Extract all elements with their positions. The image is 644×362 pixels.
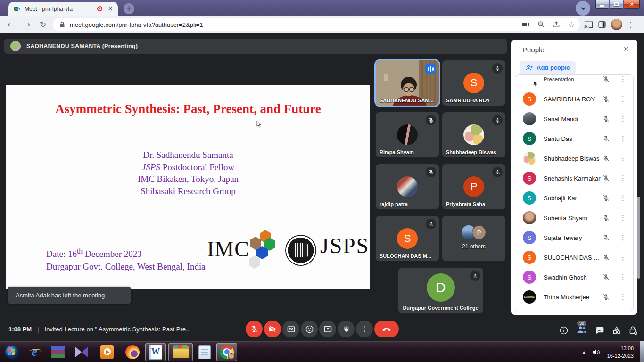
participant-mic-button[interactable] bbox=[602, 254, 610, 262]
participant-row[interactable]: Sanat Mandi ⋮ bbox=[515, 109, 633, 129]
mic-toggle-button[interactable] bbox=[246, 321, 263, 337]
participant-menu-icon[interactable]: ⋮ bbox=[619, 293, 627, 301]
participant-tile[interactable]: Shubhadeep Biswas bbox=[442, 112, 505, 157]
camera-permission-icon[interactable] bbox=[521, 20, 530, 29]
zoom-out-icon[interactable] bbox=[537, 20, 545, 29]
chat-icon[interactable] bbox=[595, 326, 604, 335]
participant-menu-icon[interactable]: ⋮ bbox=[619, 233, 627, 242]
taskbar-winrar[interactable] bbox=[50, 344, 66, 360]
tray-expand-icon[interactable]: ▲ bbox=[583, 350, 586, 354]
forward-button[interactable]: → bbox=[22, 20, 32, 29]
address-bar[interactable]: meet.google.com/pnr-fpha-vfa?authuser=2&… bbox=[53, 18, 580, 31]
start-button[interactable] bbox=[4, 344, 20, 360]
bookmark-star-icon[interactable]: ☆ bbox=[568, 20, 575, 29]
participant-row[interactable]: S Santu Das bbox=[515, 129, 633, 148]
taskbar-notepad[interactable] bbox=[197, 344, 213, 360]
camera-toggle-button[interactable] bbox=[264, 321, 281, 337]
mic-off-icon bbox=[250, 325, 258, 333]
participant-row[interactable]: S SAMRIDDHA ROY bbox=[515, 89, 633, 109]
end-call-button[interactable] bbox=[374, 321, 399, 337]
window-minimize-button[interactable] bbox=[595, 0, 609, 9]
taskbar-media-player[interactable] bbox=[99, 344, 115, 360]
cast-icon[interactable] bbox=[584, 20, 593, 29]
participant-menu-icon[interactable]: ⋮ bbox=[619, 174, 627, 182]
people-panel-close-icon[interactable]: ✕ bbox=[623, 45, 629, 53]
more-options-button[interactable] bbox=[356, 321, 373, 337]
reload-button[interactable]: ↻ bbox=[38, 20, 48, 29]
participant-menu-icon[interactable]: ⋮ bbox=[619, 253, 627, 262]
taskbar-kmplayer[interactable] bbox=[74, 344, 90, 360]
participant-row[interactable]: S Subhajit Kar bbox=[515, 188, 633, 208]
window-maximize-button[interactable] bbox=[610, 0, 623, 9]
meeting-details-icon[interactable] bbox=[559, 326, 569, 335]
participant-row[interactable]: Presentation ⋮ bbox=[515, 74, 633, 89]
participant-mic-button[interactable] bbox=[602, 214, 610, 222]
browser-menu-icon[interactable]: ⋮ bbox=[627, 20, 635, 29]
participant-menu-icon[interactable]: ⋮ bbox=[619, 214, 627, 222]
avatar-initial: S bbox=[528, 274, 532, 281]
participant-row[interactable]: S Snehashis Karmakar bbox=[515, 168, 633, 188]
chrome-profile-avatar bbox=[228, 353, 235, 360]
participant-tile[interactable]: S bbox=[442, 60, 505, 106]
browser-tab[interactable]: Meet - pnr-fpha-vfa ✕ bbox=[8, 2, 118, 16]
participant-mic-button[interactable] bbox=[602, 273, 610, 281]
presenter-avatar bbox=[10, 41, 21, 51]
share-icon[interactable] bbox=[553, 20, 561, 29]
participant-mic-button[interactable] bbox=[602, 174, 610, 182]
tray-clock[interactable]: 13:08 16-12-2023 bbox=[607, 345, 634, 360]
participant-tile[interactable]: D bbox=[398, 268, 483, 313]
participant-row[interactable]: S SULOCHAN DAS MOHA... bbox=[515, 247, 633, 267]
taskbar-word-open[interactable]: W bbox=[145, 343, 166, 361]
participant-mic-button[interactable] bbox=[602, 234, 610, 242]
taskbar-internet-explorer[interactable]: e bbox=[26, 344, 42, 360]
participant-menu-icon[interactable]: ⋮ bbox=[619, 115, 627, 123]
new-tab-button[interactable]: + bbox=[124, 3, 134, 14]
people-panel-button[interactable]: 30 bbox=[576, 325, 587, 336]
raise-hand-button[interactable] bbox=[338, 321, 355, 337]
participant-menu-icon[interactable]: ⋮ bbox=[619, 75, 627, 83]
taskbar-explorer-open[interactable] bbox=[168, 343, 193, 361]
add-people-button[interactable]: Add people bbox=[520, 61, 576, 74]
window-chevron-button[interactable] bbox=[576, 1, 590, 16]
participant-menu-icon[interactable]: ⋮ bbox=[619, 194, 627, 202]
participant-row[interactable]: Shubhadeep Biswas ⋮ bbox=[515, 148, 633, 168]
volume-icon[interactable] bbox=[592, 348, 601, 356]
tab-close-icon[interactable]: ✕ bbox=[107, 5, 114, 13]
participant-name: SAMRIDDHA ROY bbox=[446, 98, 490, 103]
scrollbar-thumb[interactable] bbox=[637, 197, 640, 279]
present-button[interactable] bbox=[319, 321, 336, 337]
captions-button[interactable] bbox=[282, 321, 299, 337]
participant-mic-button[interactable] bbox=[602, 194, 610, 202]
back-button[interactable]: ← bbox=[6, 20, 16, 29]
participant-tile[interactable]: P bbox=[442, 164, 505, 209]
window-close-button[interactable]: ✕ bbox=[624, 0, 640, 9]
participant-mic-button[interactable] bbox=[602, 75, 610, 83]
participant-menu-icon[interactable]: ⋮ bbox=[619, 95, 627, 103]
participant-tile[interactable]: SADHANENDU SAM... bbox=[376, 60, 439, 106]
participant-menu-icon[interactable]: ⋮ bbox=[619, 273, 627, 281]
reactions-button[interactable] bbox=[301, 321, 318, 337]
participant-tile[interactable]: P 21 others bbox=[442, 216, 505, 261]
taskbar-firefox[interactable] bbox=[124, 344, 140, 360]
profile-avatar[interactable] bbox=[611, 19, 622, 30]
participant-row[interactable]: Suherita Shyam ⋮ bbox=[515, 208, 633, 228]
taskbar-chrome-active[interactable] bbox=[216, 343, 237, 361]
participant-mic-button[interactable] bbox=[602, 115, 610, 123]
participant-mic-button[interactable] bbox=[602, 135, 610, 143]
participant-mic-button[interactable] bbox=[602, 155, 610, 163]
participant-row[interactable]: S Sujata Tewary bbox=[515, 228, 633, 247]
participant-tile[interactable]: S bbox=[376, 216, 439, 261]
activities-icon[interactable] bbox=[612, 326, 621, 335]
host-controls-icon[interactable] bbox=[629, 326, 637, 335]
participant-row[interactable]: S Swadhin Ghosh bbox=[515, 267, 633, 287]
participant-menu-icon[interactable]: ⋮ bbox=[619, 134, 627, 143]
participant-row[interactable]: GAMING Tirtha Mukherjee bbox=[515, 287, 633, 307]
participant-mic-button[interactable] bbox=[602, 95, 610, 103]
participant-tile[interactable]: rajdip patra bbox=[376, 164, 439, 209]
show-desktop-button[interactable] bbox=[640, 341, 644, 362]
participant-menu-icon[interactable]: ⋮ bbox=[619, 154, 627, 163]
side-panel-icon[interactable] bbox=[598, 20, 606, 29]
participant-tile[interactable]: Rimpa Shyam bbox=[376, 112, 439, 157]
participant-mic-button[interactable] bbox=[602, 293, 610, 301]
participants-count-badge: 30 bbox=[577, 321, 586, 326]
